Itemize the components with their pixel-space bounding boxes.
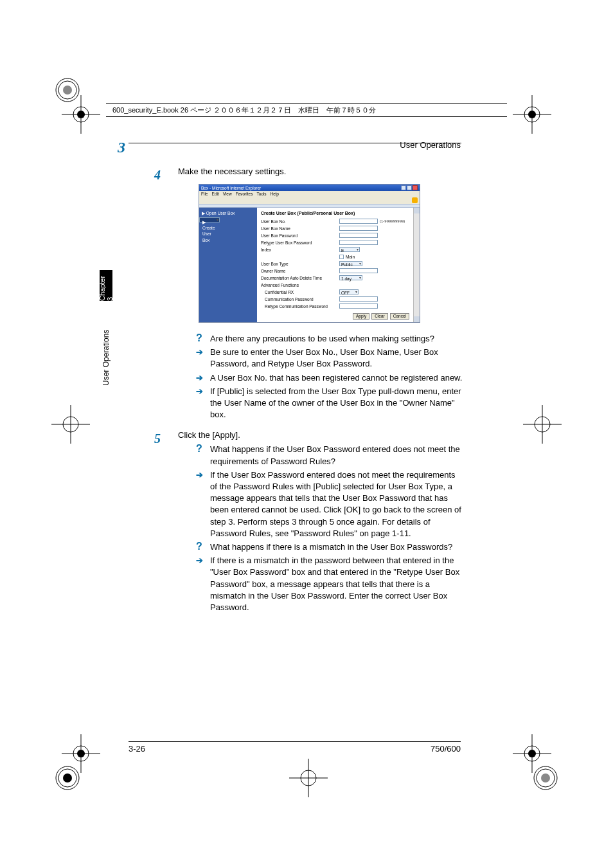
cancel-button[interactable]: Cancel — [390, 313, 409, 320]
label-user-box-type: User Box Type — [261, 261, 339, 267]
input-comm-password[interactable] — [339, 296, 378, 302]
step-5-text: Click the [Apply]. — [178, 430, 240, 440]
label-user-box-password: User Box Password — [261, 233, 339, 239]
arrow-icon: ➔ — [196, 347, 210, 370]
label-index: Index — [261, 247, 339, 253]
browser-titlebar: Box - Microsoft Internet Explorer — [199, 185, 420, 191]
step-5-answer-1: If the User Box Password entered does no… — [210, 469, 463, 539]
input-user-box-password[interactable] — [339, 233, 378, 238]
model-number: 750/600 — [431, 744, 461, 754]
left-nav: ▶ Open User Box ▶ Create User Box — [199, 208, 257, 322]
regmark-icon — [523, 405, 562, 444]
checkbox-main[interactable] — [339, 255, 344, 259]
page-number: 3-26 — [129, 744, 145, 754]
label-user-box-no: User Box No. — [261, 219, 339, 224]
arrow-icon: ➔ — [196, 386, 210, 421]
label-advanced-functions: Advanced Functions — [261, 282, 339, 288]
svg-point-33 — [63, 86, 72, 95]
arrow-icon: ➔ — [196, 372, 210, 384]
menu-edit[interactable]: Edit — [211, 191, 218, 197]
book-header: 600_security_E.book 26 ページ ２００６年１２月２７日 水… — [106, 103, 507, 117]
select-confidential-rx[interactable]: OFF — [339, 289, 359, 294]
arrow-icon: ➔ — [196, 555, 210, 613]
arrow-icon: ➔ — [196, 469, 210, 539]
select-user-box-type-value: Public — [340, 262, 353, 267]
menu-file[interactable]: File — [201, 191, 208, 197]
regmark-icon — [51, 762, 84, 794]
input-retype-comm-password[interactable] — [339, 303, 378, 309]
svg-point-30 — [541, 773, 550, 782]
question-icon: ? — [196, 541, 210, 553]
question-icon: ? — [196, 333, 210, 345]
step-5-question-2: What happens if there is a mismatch in t… — [210, 541, 463, 553]
range-user-box-no: (1-999999999) — [380, 219, 405, 224]
page-content: 4 Make the necessary settings. Box - Mic… — [157, 166, 463, 622]
step-5: 5 Click the [Apply]. ?What happens if th… — [157, 429, 463, 613]
menu-view[interactable]: View — [223, 191, 232, 197]
label-confidential-rx: Confidential RX — [261, 289, 339, 295]
browser-title: Box - Microsoft Internet Explorer — [201, 185, 261, 191]
regmark-icon — [513, 95, 551, 134]
regmark-icon — [289, 759, 328, 797]
minimize-button[interactable] — [401, 185, 406, 190]
step-4-answer-1: Be sure to enter the User Box No., User … — [210, 347, 463, 370]
label-owner-name: Owner Name — [261, 268, 339, 274]
label-user-box-name: User Box Name — [261, 226, 339, 231]
nav-create-user-box[interactable]: ▶ Create User Box — [199, 217, 220, 222]
step-4: 4 Make the necessary settings. Box - Mic… — [157, 166, 463, 420]
form-area: Create User Box (Public/Personal User Bo… — [257, 208, 413, 322]
regmark-icon — [51, 405, 90, 444]
input-user-box-no[interactable] — [339, 219, 378, 224]
side-caption: User Operations — [102, 309, 111, 386]
step-4-answer-2: A User Box No. that has been registered … — [210, 372, 463, 384]
select-auto-delete-value: 1 day — [340, 276, 351, 281]
apply-button[interactable]: Apply — [353, 313, 369, 320]
section-title: User Operations — [400, 140, 461, 150]
label-auto-delete: Documentation Auto Delete Time — [261, 275, 339, 281]
clear-button[interactable]: Clear — [371, 313, 388, 320]
step-5-number: 5 — [154, 429, 161, 448]
label-comm-password: Communication Password — [261, 296, 339, 302]
input-owner-name[interactable] — [339, 268, 378, 273]
side-tab-chapter: Chapter 3 — [100, 270, 112, 301]
browser-window: Box - Microsoft Internet Explorer File E… — [199, 184, 420, 323]
select-auto-delete[interactable]: 1 day — [339, 275, 362, 280]
maximize-button[interactable] — [407, 185, 412, 190]
select-index-value: E — [340, 248, 344, 253]
regmark-icon — [51, 74, 84, 106]
label-retype-user-box-password: Retype User Box Password — [261, 240, 339, 246]
menu-help[interactable]: Help — [271, 191, 279, 197]
book-header-text: 600_security_E.book 26 ページ ２００６年１２月２７日 水… — [112, 105, 376, 115]
select-index[interactable]: E — [339, 247, 360, 252]
input-user-box-name[interactable] — [339, 226, 378, 231]
step-5-answer-2: If there is a mismatch in the password b… — [210, 555, 463, 613]
step-5-question-1: What happens if the User Box Password en… — [210, 444, 463, 467]
step-4-text: Make the necessary settings. — [178, 167, 286, 176]
chapter-number: 3 — [118, 139, 125, 156]
ie-icon — [412, 197, 418, 203]
scrollbar[interactable] — [413, 208, 420, 322]
label-retype-comm-password: Retype Communication Password — [261, 303, 339, 309]
nav-open-user-box[interactable]: ▶ Open User Box — [199, 209, 257, 217]
step-4-number: 4 — [154, 166, 161, 184]
browser-logobar — [199, 197, 420, 204]
step-4-question: Are there any precautions to be used whe… — [210, 333, 463, 345]
question-icon: ? — [196, 444, 210, 467]
input-retype-user-box-password[interactable] — [339, 240, 378, 245]
svg-point-27 — [63, 773, 72, 782]
form-title: Create User Box (Public/Personal User Bo… — [261, 210, 409, 217]
label-main: Main — [346, 254, 355, 260]
close-button[interactable] — [413, 185, 418, 190]
select-confidential-rx-value: OFF — [340, 291, 350, 295]
page-footer: 3-26 750/600 — [129, 741, 461, 754]
step-4-answer-3: If [Public] is selected from the User Bo… — [210, 386, 463, 421]
regmark-icon — [529, 762, 562, 794]
menu-favorites[interactable]: Favorites — [236, 191, 253, 197]
browser-menubar: File Edit View Favorites Tools Help — [199, 191, 420, 197]
menu-tools[interactable]: Tools — [256, 191, 266, 197]
select-user-box-type[interactable]: Public — [339, 261, 362, 266]
